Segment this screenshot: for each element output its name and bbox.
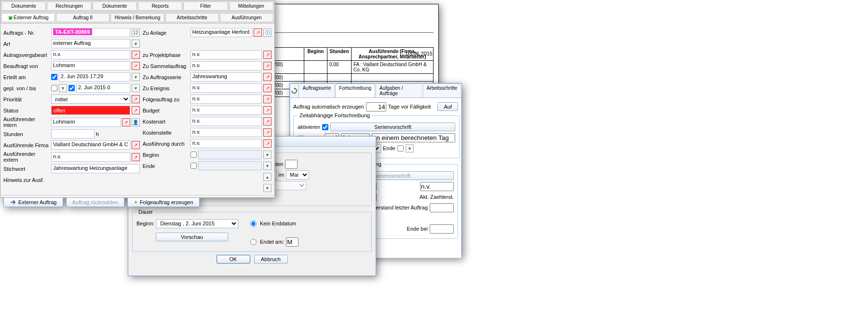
tab-arbeitsschritte[interactable]: Arbeitsschritte	[423, 83, 461, 97]
zas-link-icon[interactable]: ↗	[263, 73, 271, 81]
val-sw[interactable]: Jahreswartung Heizungsanlage	[51, 164, 140, 173]
tab-ausf-hrungen[interactable]: Ausführungen	[220, 13, 273, 22]
aktivieren-checkbox[interactable]	[322, 124, 328, 130]
val-auftragsnr[interactable]: TA-EXT-00869	[51, 28, 130, 37]
val-art[interactable]: externer Auftrag	[51, 39, 130, 48]
bud-link-icon[interactable]: ↗	[263, 106, 271, 114]
lbl-bud: Budget	[143, 108, 189, 113]
beginn-date-select[interactable]: Dienstag , 2. Juni 2015	[156, 219, 238, 228]
en-chk[interactable]	[190, 163, 197, 169]
gvb-cal2-icon[interactable]: ▾	[132, 84, 140, 92]
val-ae[interactable]: n.v.	[51, 153, 130, 162]
ad-link-icon[interactable]: ↗	[263, 139, 271, 148]
ende-dropdown-icon[interactable]: ▾	[406, 144, 414, 153]
ae-link-icon[interactable]: ↗	[132, 153, 140, 161]
en-cal-icon[interactable]: ▾	[263, 162, 271, 170]
gvb-cal1-icon[interactable]: ▾	[59, 84, 67, 92]
val-za[interactable]: Heizungsanlage Herford	[190, 28, 252, 37]
tab-mitteilungen[interactable]: Mitteilungen	[229, 1, 273, 11]
val-std[interactable]	[51, 129, 95, 139]
avg-link-icon[interactable]: ↗	[132, 51, 140, 59]
val-erteilt[interactable]: 2. Jun 2015 17:29	[59, 72, 130, 82]
tab-fortschreibung[interactable]: Fortschreibung	[335, 83, 375, 97]
tab-aufgaben[interactable]: Aufgaben / Aufträge	[376, 83, 422, 97]
lbl-ka: Kostenart	[143, 119, 189, 125]
table-cell	[304, 61, 327, 74]
tab-rechnungen[interactable]: Rechnungen	[47, 1, 91, 11]
zeit-legend: Zeitabhängige Fortschreibung	[298, 112, 372, 118]
val-be[interactable]	[198, 150, 262, 159]
val-zsa[interactable]: n.v.	[190, 61, 262, 70]
be-cal-icon[interactable]: ▾	[263, 151, 271, 159]
art-dropdown-icon[interactable]: ▾	[132, 40, 140, 48]
status-link-icon[interactable]: ↗	[132, 106, 140, 114]
val-ad[interactable]: n.v.	[190, 139, 262, 148]
val-af[interactable]: Vaillant Deutschland GmbH & C	[51, 140, 130, 150]
zsa-link-icon[interactable]: ↗	[263, 62, 271, 70]
af-link-icon[interactable]: ↗	[132, 141, 140, 149]
auto-button[interactable]: Auf	[437, 102, 458, 111]
lbl-ze: Zu Ereignis	[143, 85, 189, 91]
val-prio[interactable]: mittel	[51, 95, 130, 104]
be-chk[interactable]	[190, 152, 197, 158]
ok-button[interactable]: OK	[217, 255, 250, 264]
ks-link-icon[interactable]: ↗	[263, 128, 271, 137]
gvb-chk2[interactable]	[68, 85, 75, 91]
report-date: 03.06.2015	[406, 51, 433, 56]
tab-reports[interactable]: Reports	[138, 1, 182, 11]
ext-auftrag-button[interactable]: Externer Auftrag	[3, 197, 63, 207]
val-ks[interactable]: n.v.	[190, 128, 262, 137]
counter-icon[interactable]: 12	[132, 28, 140, 37]
val-ze[interactable]: n.v.	[190, 83, 262, 93]
ze-link-icon[interactable]: ↗	[263, 84, 271, 92]
bv-link-icon[interactable]: ↗	[132, 62, 140, 70]
val-zpp[interactable]: n.v.	[190, 50, 262, 59]
gvb-chk1[interactable]	[51, 85, 57, 91]
val-ai[interactable]: Lohmann	[51, 118, 121, 127]
erteilt-checkbox[interactable]	[51, 74, 57, 80]
ka-link-icon[interactable]: ↗	[263, 117, 271, 125]
val-bud[interactable]: n.v.	[190, 106, 262, 115]
tab-arbeitsschritte[interactable]: Arbeitsschritte	[165, 13, 219, 22]
val-fz[interactable]: n.v.	[190, 95, 262, 104]
radio-endet-am[interactable]	[250, 239, 257, 245]
tab-filter[interactable]: Filter	[183, 1, 228, 11]
table-cell	[352, 74, 434, 82]
vorschau-button[interactable]: Vorschau	[156, 233, 228, 241]
ende-label: Ende	[383, 145, 395, 151]
serienvorschrift-button[interactable]: Serienvorschrift	[330, 123, 455, 131]
refresh-icon[interactable]	[290, 83, 298, 97]
tab-externer-auftrag[interactable]: ▣ Externer Auftrag	[1, 13, 55, 22]
ende-checkbox[interactable]	[397, 145, 404, 152]
za-link-icon[interactable]: ↗	[254, 28, 262, 37]
ai-user-icon[interactable]: 👤	[132, 118, 140, 126]
val-avg[interactable]: n.v.	[51, 50, 130, 59]
folgeauftrag-button[interactable]: ✦ Folgeauftrag erzeugen	[127, 197, 200, 207]
val-en[interactable]	[198, 161, 262, 170]
prio-link-icon[interactable]: ↗	[132, 95, 140, 103]
tab-auftragsserie[interactable]: Auftragsserie	[298, 83, 335, 97]
za-info-icon[interactable]: ⓘ	[263, 28, 271, 37]
zpp-link-icon[interactable]: ↗	[263, 51, 271, 59]
erteilt-cal-icon[interactable]: ▾	[132, 73, 140, 81]
lbl-std: Stunden	[3, 131, 50, 137]
tab-dokumente[interactable]: Dokumente	[93, 1, 137, 11]
radio-kein-end[interactable]	[250, 221, 257, 227]
tab-hinweis-bemerkung[interactable]: Hinweis / Bemerkung	[110, 13, 164, 22]
val-ka[interactable]: n.v.	[190, 117, 262, 126]
am2-month[interactable]: Mai	[286, 170, 309, 180]
ai-link-icon[interactable]: ↗	[122, 118, 130, 126]
scroll-down-icon[interactable]: ▾	[263, 184, 271, 192]
val-bv[interactable]: Lohmann	[51, 61, 130, 70]
scroll-up-icon[interactable]: ▴	[263, 173, 271, 181]
tab-dokumente[interactable]: Dokumente	[1, 1, 46, 11]
auto-days-input[interactable]	[366, 102, 386, 111]
abbruch-button[interactable]: Abbruch	[254, 255, 288, 264]
val-status[interactable]: offen	[51, 106, 130, 115]
val-gvb[interactable]: 2. Jun 2015 0	[76, 83, 130, 93]
val-zas[interactable]: Jahreswartung	[190, 72, 262, 82]
fz-link-icon[interactable]: ↗	[263, 95, 271, 103]
auto-label: Auftrag automatisch erzeugen	[293, 104, 364, 110]
tab-auftrag-ii[interactable]: Auftrag II	[56, 13, 109, 22]
endet-am-input[interactable]	[286, 237, 298, 247]
